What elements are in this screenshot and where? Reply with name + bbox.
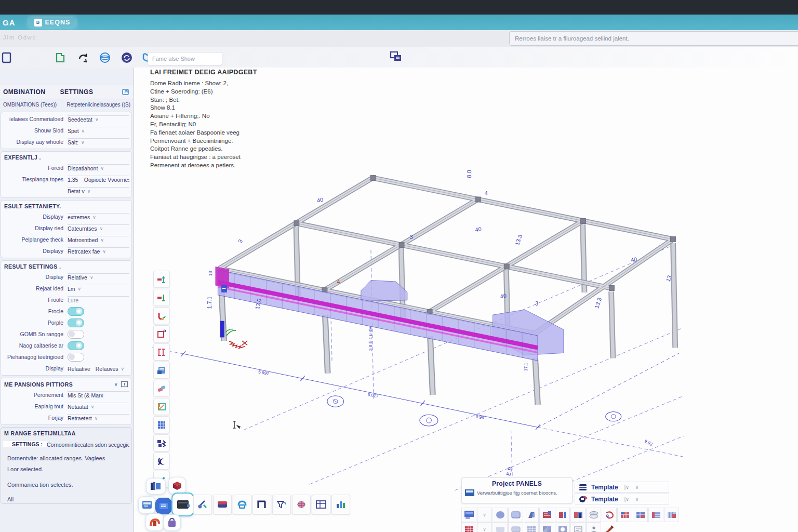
pale-slab-button[interactable] (493, 522, 508, 532)
grid-panel-button-1[interactable] (617, 508, 632, 522)
wall-panel-button[interactable] (524, 508, 539, 522)
load-case-button[interactable] (213, 495, 232, 514)
detach-panel-icon[interactable] (121, 88, 130, 96)
stress-section-button[interactable] (153, 325, 170, 342)
panel-type-button[interactable] (461, 508, 476, 522)
tab-combination[interactable]: OMBINATION (3, 88, 45, 96)
new-file-button[interactable] (54, 51, 67, 64)
duplicate-view-button[interactable] (389, 50, 403, 63)
render-sphere-button[interactable] (292, 495, 311, 514)
numbering-button[interactable] (153, 434, 170, 451)
combinations-label[interactable]: OMBINATIONS (Tees)) (3, 102, 57, 108)
dropdown[interactable]: Betat v ∨ (68, 187, 129, 194)
online-services-button[interactable] (98, 51, 112, 64)
dropdown[interactable]: Spet ∨ (68, 127, 129, 134)
dropdown[interactable]: Relaative Relauves ∨ (68, 365, 129, 372)
dropdown[interactable]: Retraetert ∨ (68, 414, 129, 421)
grid-panel-button-2[interactable] (633, 508, 648, 522)
chevron-down-icon[interactable]: ∨ (635, 485, 639, 490)
slab-panel-button[interactable] (508, 508, 523, 522)
mesh-button[interactable] (153, 416, 170, 433)
shear-diagram-button[interactable] (153, 271, 170, 288)
toggle-switch[interactable] (68, 330, 84, 339)
display-mode-button[interactable] (153, 453, 170, 470)
text-input[interactable]: Lure (68, 296, 129, 303)
panel-box-icon[interactable] (121, 381, 128, 388)
brush-tool-button[interactable] (602, 522, 616, 532)
footer-label[interactable]: All (3, 488, 129, 502)
beam-check-button[interactable] (153, 343, 170, 361)
project-panels-card[interactable]: Project PANELS Verwarbuittigjue fijg coe… (461, 477, 573, 503)
sync-button[interactable] (120, 51, 134, 64)
mesh-slab-button[interactable] (524, 522, 539, 532)
round-opening-button[interactable] (555, 522, 570, 532)
settings-label[interactable]: SETTINGS : (3, 441, 47, 447)
dropdown[interactable]: extremes ∨ (68, 213, 129, 220)
modify-tool-button[interactable] (193, 495, 212, 514)
dropdown[interactable]: Relative ∨ (68, 273, 129, 281)
chevron-down-icon[interactable]: ∨ (114, 382, 118, 387)
dropdown[interactable]: Motrosntbed ∨ (68, 236, 129, 243)
note-button[interactable] (570, 522, 586, 532)
chevron-down-icon[interactable]: ∨ (635, 497, 639, 502)
search-input[interactable] (148, 52, 222, 65)
gallery-expand-button[interactable]: ∨ (477, 522, 492, 532)
dropdown[interactable]: Seedeetat ∨ (68, 115, 129, 123)
cluster-materials-button[interactable] (168, 477, 186, 495)
gallery-expand-button[interactable]: ∨ (477, 508, 492, 522)
chevron-down-icon[interactable]: |∨ (624, 485, 629, 490)
cluster-open-button[interactable] (145, 513, 164, 531)
select-tool-button[interactable] (0, 51, 14, 64)
hatch-slab-button[interactable] (539, 522, 554, 532)
clipping-box-button[interactable] (153, 398, 170, 415)
template-row-2[interactable]: Template |∨ ∨ (575, 494, 669, 504)
menu-items[interactable]: Jim Odwc (3, 34, 36, 41)
toggle-switch[interactable] (68, 307, 84, 316)
moment-diagram-button[interactable] (153, 289, 170, 306)
torsion-button[interactable] (153, 307, 170, 324)
column-panel-button[interactable] (555, 508, 570, 522)
table-view-button[interactable] (312, 495, 330, 514)
dropdown[interactable]: Lm ∨ (68, 285, 129, 292)
active-project-tab[interactable]: B EEQNS (29, 18, 76, 28)
dropdown[interactable]: Dispatiahont ∨ (68, 164, 129, 171)
pale-slab-button[interactable] (508, 522, 523, 532)
frame-panel-button[interactable] (570, 508, 586, 522)
cluster-window-button[interactable] (138, 496, 156, 514)
selection-filter-button[interactable] (272, 495, 291, 514)
engineer-button[interactable] (233, 495, 251, 514)
cluster-center-button[interactable] (155, 498, 172, 514)
frame-opening-button[interactable] (252, 495, 271, 514)
representations-label[interactable]: Retpeteniicinelasauges ((S) (66, 102, 130, 108)
template-row-1[interactable]: Template |∨ ∨ (575, 482, 669, 493)
toggle-switch[interactable] (68, 353, 84, 362)
toggle-switch[interactable] (68, 318, 84, 327)
chevron-down-icon[interactable]: |∨ (624, 497, 629, 502)
grid-panel-button-3[interactable] (648, 508, 663, 522)
value-pair[interactable]: 1.35 Oopioete Vvoornes (68, 176, 129, 183)
result-diagram-band[interactable] (215, 267, 564, 361)
blob-shape-button[interactable] (493, 508, 508, 522)
status-message-field[interactable] (509, 31, 798, 46)
chart-results-button[interactable] (331, 495, 350, 514)
person-button[interactable] (586, 522, 601, 532)
load-panel-button[interactable] (539, 508, 554, 522)
cluster-library-button[interactable] (146, 478, 166, 495)
tab-settings[interactable]: SETTINGS (60, 88, 93, 96)
dropdown[interactable]: Salt: ∨ (68, 138, 129, 145)
dropdown[interactable]: Netaatat ∨ (68, 403, 129, 410)
dropdown[interactable]: Retrcatex fae ∨ (68, 247, 129, 255)
cluster-bag-button[interactable] (163, 514, 181, 531)
toggle-switch[interactable] (68, 341, 84, 350)
grid-bubbles[interactable] (327, 396, 621, 426)
hook-tool-button[interactable] (602, 508, 617, 522)
redo-button[interactable] (76, 51, 90, 64)
dropdown[interactable]: Cateurntses ∨ (68, 224, 129, 232)
panel-type-button[interactable] (461, 522, 476, 532)
stack-oval-button[interactable] (586, 508, 601, 522)
eraser-button[interactable] (153, 380, 170, 397)
grid-panel-button-4[interactable] (664, 508, 679, 522)
layers-panel-button[interactable] (153, 362, 170, 379)
value-field[interactable]: Mis St (& Marx (68, 391, 129, 398)
model-viewport[interactable]: 4 40 3 13.3 40 3 3 13.0 40 13.3 13 1.7.1… (134, 68, 798, 532)
